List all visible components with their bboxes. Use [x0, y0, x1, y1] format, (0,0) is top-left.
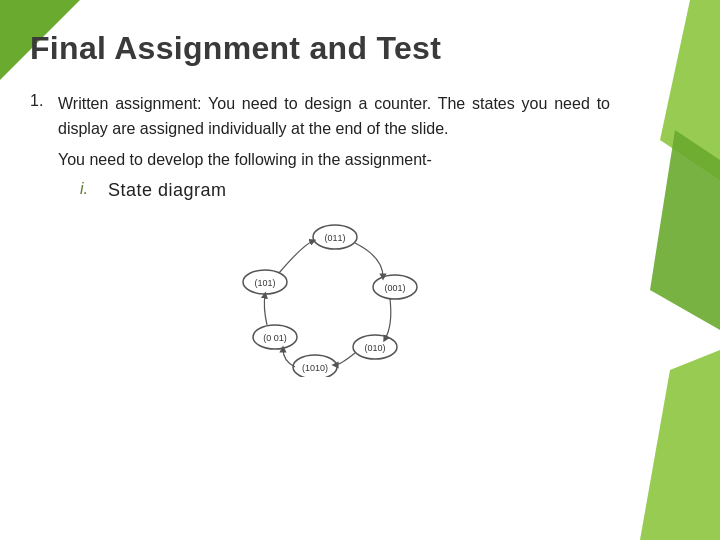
sub-item-label: i.	[80, 180, 108, 198]
svg-text:(001): (001)	[384, 283, 405, 293]
svg-text:(1010): (1010)	[302, 363, 328, 373]
svg-text:(0 01): (0 01)	[263, 333, 287, 343]
item1-number: 1.	[30, 92, 58, 110]
slide-title: Final Assignment and Test	[30, 30, 610, 67]
sub-item-i: i. State diagram	[30, 180, 610, 201]
svg-text:(011): (011)	[324, 233, 345, 243]
item1-text: Written assignment: You need to design a…	[58, 92, 610, 142]
right-decoration	[640, 0, 720, 540]
svg-marker-1	[650, 130, 720, 330]
state-diagram: (011) (001) (010) (1010) (0 01) (101)	[235, 217, 435, 377]
slide: Final Assignment and Test 1. Written ass…	[0, 0, 720, 540]
sub-item-text: State diagram	[108, 180, 227, 201]
svg-marker-2	[640, 350, 720, 540]
svg-text:(101): (101)	[254, 278, 275, 288]
svg-text:(010): (010)	[364, 343, 385, 353]
numbered-item-1: 1. Written assignment: You need to desig…	[30, 92, 610, 142]
paragraph-2: You need to develop the following in the…	[30, 148, 610, 173]
diagram-container: (011) (001) (010) (1010) (0 01) (101)	[30, 217, 610, 377]
slide-content: Final Assignment and Test 1. Written ass…	[0, 0, 650, 540]
